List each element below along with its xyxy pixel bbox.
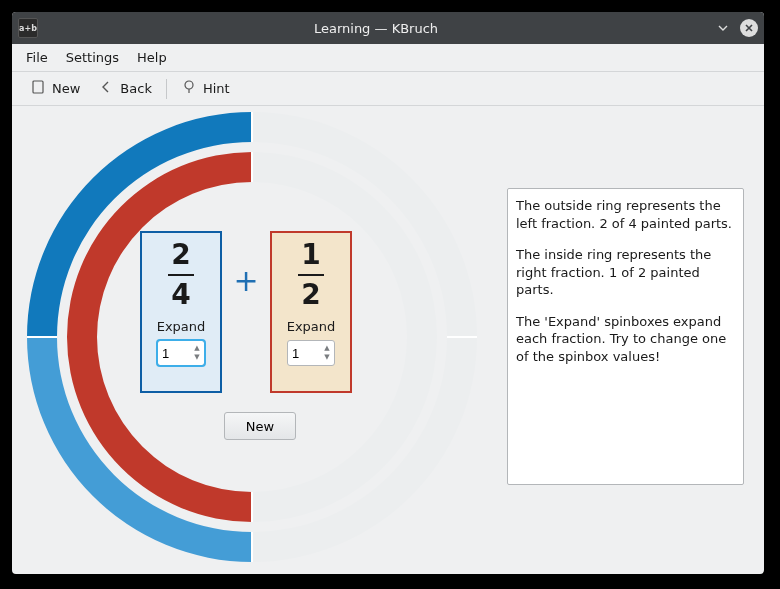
left-denominator: 4 bbox=[171, 281, 190, 309]
window-title: Learning — KBruch bbox=[46, 21, 706, 36]
back-icon bbox=[98, 79, 114, 98]
chevron-down-icon[interactable]: ▼ bbox=[194, 354, 199, 361]
info-paragraph-3: The 'Expand' spinboxes expand each fract… bbox=[516, 313, 735, 366]
menubar: File Settings Help bbox=[12, 44, 764, 72]
fraction-cards: 2 4 Expand ▲ ▼ + 1 2 Expand bbox=[140, 231, 380, 393]
hint-icon bbox=[181, 79, 197, 98]
info-panel: The outside ring represents the left fra… bbox=[507, 188, 744, 485]
chevron-up-icon[interactable]: ▲ bbox=[324, 345, 329, 352]
right-fraction-bar bbox=[298, 274, 324, 276]
minimize-icon[interactable] bbox=[714, 19, 732, 37]
left-spin-arrows[interactable]: ▲ ▼ bbox=[190, 341, 204, 365]
toolbar-back-label: Back bbox=[120, 81, 152, 96]
svg-rect-0 bbox=[33, 81, 43, 93]
left-fraction-card: 2 4 Expand ▲ ▼ bbox=[140, 231, 222, 393]
document-new-icon bbox=[30, 79, 46, 98]
info-paragraph-1: The outside ring represents the left fra… bbox=[516, 197, 735, 232]
app-window: a+b Learning — KBruch File Settings Help… bbox=[12, 12, 764, 574]
menu-file[interactable]: File bbox=[26, 50, 48, 65]
right-expand-label: Expand bbox=[287, 319, 336, 334]
titlebar: a+b Learning — KBruch bbox=[12, 12, 764, 44]
right-numerator: 1 bbox=[301, 241, 320, 269]
toolbar-separator bbox=[166, 79, 167, 99]
operator-plus: + bbox=[222, 263, 270, 298]
right-expand-spinbox[interactable]: ▲ ▼ bbox=[287, 340, 335, 366]
svg-point-1 bbox=[185, 81, 193, 89]
info-paragraph-2: The inside ring represents the right fra… bbox=[516, 246, 735, 299]
content-area: 2 4 Expand ▲ ▼ + 1 2 Expand bbox=[12, 106, 764, 574]
toolbar-new-label: New bbox=[52, 81, 80, 96]
toolbar-new[interactable]: New bbox=[26, 77, 84, 100]
left-expand-input[interactable] bbox=[158, 341, 190, 365]
menu-help[interactable]: Help bbox=[137, 50, 167, 65]
left-numerator: 2 bbox=[171, 241, 190, 269]
toolbar-hint-label: Hint bbox=[203, 81, 230, 96]
left-fraction-bar bbox=[168, 274, 194, 276]
app-icon: a+b bbox=[18, 18, 38, 38]
left-expand-label: Expand bbox=[157, 319, 206, 334]
chevron-up-icon[interactable]: ▲ bbox=[194, 345, 199, 352]
left-expand-spinbox[interactable]: ▲ ▼ bbox=[157, 340, 205, 366]
right-spin-arrows[interactable]: ▲ ▼ bbox=[320, 341, 334, 365]
toolbar-back[interactable]: Back bbox=[94, 77, 156, 100]
right-fraction-card: 1 2 Expand ▲ ▼ bbox=[270, 231, 352, 393]
chevron-down-icon[interactable]: ▼ bbox=[324, 354, 329, 361]
toolbar-hint[interactable]: Hint bbox=[177, 77, 234, 100]
right-expand-input[interactable] bbox=[288, 341, 320, 365]
toolbar: New Back Hint bbox=[12, 72, 764, 106]
close-icon[interactable] bbox=[740, 19, 758, 37]
new-button[interactable]: New bbox=[224, 412, 296, 440]
right-denominator: 2 bbox=[301, 281, 320, 309]
titlebar-actions bbox=[714, 19, 758, 37]
menu-settings[interactable]: Settings bbox=[66, 50, 119, 65]
